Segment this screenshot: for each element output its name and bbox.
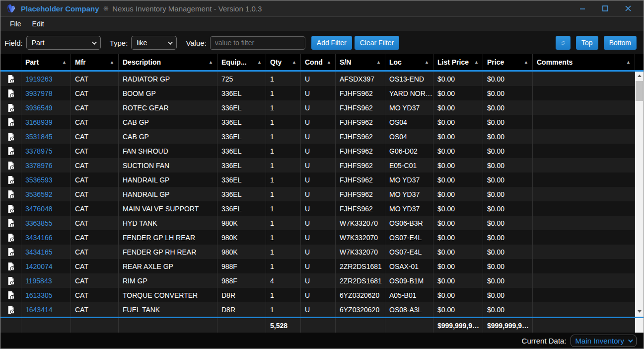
serial-number-cell: FJHFS962 bbox=[336, 100, 385, 115]
part-number-link[interactable]: 1613305 bbox=[21, 288, 71, 302]
table-row[interactable]: 3378975 CAT FAN SHROUD 336EL 1 U FJHFS96… bbox=[0, 144, 635, 158]
table-row[interactable]: 1420074 CAT REAR AXLE GP 988F 1 U 2ZR2DS… bbox=[0, 259, 635, 273]
part-number-link[interactable]: 3378976 bbox=[21, 158, 71, 173]
column-header-loc[interactable]: Loc▲ bbox=[385, 54, 433, 70]
sort-asc-icon[interactable]: ▲ bbox=[257, 60, 262, 65]
table-row[interactable]: 1613305 CAT TORQUE CONVERTER D8R 1 U 6YZ… bbox=[0, 288, 635, 302]
part-number-link[interactable]: 3363855 bbox=[21, 216, 71, 230]
field-select[interactable]: Part bbox=[26, 36, 101, 50]
part-document-icon[interactable] bbox=[6, 89, 15, 98]
column-header-sn[interactable]: S/N▲ bbox=[336, 54, 385, 70]
table-row[interactable]: 3378976 CAT SUCTION FAN 336EL 1 U FJHFS9… bbox=[0, 158, 635, 173]
sort-asc-icon[interactable]: ▲ bbox=[425, 60, 429, 65]
column-header-mfr[interactable]: Mfr▲ bbox=[71, 54, 119, 70]
cond-cell: U bbox=[301, 173, 336, 187]
mfr-cell: CAT bbox=[71, 144, 119, 158]
part-number-link[interactable]: 3536593 bbox=[21, 173, 71, 187]
part-document-icon[interactable] bbox=[6, 175, 15, 184]
cond-cell: U bbox=[301, 187, 336, 201]
part-number-link[interactable]: 3531845 bbox=[21, 129, 71, 144]
sort-asc-icon[interactable]: ▲ bbox=[474, 60, 479, 65]
close-icon[interactable] bbox=[624, 4, 633, 13]
table-row[interactable]: 3434165 CAT FENDER GP RH REAR 980K 1 U W… bbox=[0, 245, 635, 259]
part-document-icon[interactable] bbox=[6, 147, 15, 156]
serial-number-cell: 2ZR2DS1681 bbox=[336, 259, 385, 273]
part-number-link[interactable]: 3536592 bbox=[21, 187, 71, 201]
part-document-icon[interactable] bbox=[6, 305, 15, 314]
part-number-link[interactable]: 3434166 bbox=[21, 230, 71, 245]
column-header-equip[interactable]: Equip...▲ bbox=[217, 54, 266, 70]
part-number-link[interactable]: 3936549 bbox=[21, 100, 71, 115]
part-document-icon[interactable] bbox=[6, 276, 15, 285]
table-row[interactable]: 3434166 CAT FENDER GP LH REAR 980K 1 U W… bbox=[0, 230, 635, 245]
sort-asc-icon[interactable]: ▲ bbox=[524, 60, 528, 65]
type-select[interactable]: like bbox=[131, 36, 177, 50]
column-header-part[interactable]: Part▲ bbox=[21, 54, 71, 70]
part-number-link[interactable]: 3937978 bbox=[21, 86, 71, 100]
part-document-icon[interactable] bbox=[6, 190, 15, 199]
maximize-icon[interactable] bbox=[601, 4, 610, 13]
column-header-qty[interactable]: Qty▲ bbox=[266, 54, 301, 70]
table-row[interactable]: 1643414 CAT FUEL TANK D8R 1 U 6YZ0320620… bbox=[0, 302, 635, 317]
refresh-button[interactable] bbox=[556, 36, 571, 50]
bottom-button[interactable]: Bottom bbox=[604, 36, 637, 50]
part-document-icon[interactable] bbox=[6, 161, 15, 170]
menu-edit[interactable]: Edit bbox=[28, 18, 49, 29]
vertical-scrollbar[interactable] bbox=[635, 72, 644, 333]
sort-asc-icon[interactable]: ▲ bbox=[62, 60, 67, 65]
top-button[interactable]: Top bbox=[576, 36, 598, 50]
table-row[interactable]: 1195843 CAT RIM GP 988F 4 U 2ZR2DS1681 O… bbox=[0, 273, 635, 288]
sort-asc-icon[interactable]: ▲ bbox=[327, 60, 331, 65]
menu-file[interactable]: File bbox=[5, 18, 26, 29]
part-document-icon[interactable] bbox=[6, 248, 15, 257]
part-number-link[interactable]: 1195843 bbox=[21, 273, 71, 288]
column-header-description[interactable]: Description▲ bbox=[119, 54, 217, 70]
table-row[interactable]: 3531845 CAT CAB GP 336EL 1 U FJHFS962 OS… bbox=[0, 129, 635, 144]
part-number-link[interactable]: 1643414 bbox=[21, 302, 71, 317]
scroll-down-icon[interactable] bbox=[635, 307, 644, 316]
table-row[interactable]: 3936549 CAT ROTEC GEAR 336EL 1 U FJHFS96… bbox=[0, 100, 635, 115]
table-row[interactable]: 3168939 CAT CAB GP 336EL 1 U FJHFS962 OS… bbox=[0, 115, 635, 129]
part-document-icon[interactable] bbox=[6, 132, 15, 141]
scroll-up-icon[interactable] bbox=[635, 72, 644, 80]
part-document-icon[interactable] bbox=[6, 233, 15, 242]
sort-asc-icon[interactable]: ▲ bbox=[209, 60, 213, 65]
column-header-comments[interactable]: Comments▲ bbox=[533, 54, 635, 70]
part-number-link[interactable]: 1420074 bbox=[21, 259, 71, 273]
sort-asc-icon[interactable]: ▲ bbox=[292, 60, 296, 65]
part-document-icon[interactable] bbox=[6, 75, 15, 84]
current-data-select[interactable]: Main Inventory bbox=[571, 335, 637, 347]
list-price-cell: $0.00 bbox=[433, 245, 483, 259]
table-row[interactable]: 3937978 CAT BOOM GP 336EL 1 U FJHFS962 Y… bbox=[0, 86, 635, 100]
filter-value-input[interactable] bbox=[210, 36, 305, 50]
table-row[interactable]: 3536592 CAT HANDRAIL GP 336EL 1 U FJHFS9… bbox=[0, 187, 635, 201]
price-cell: $0.00 bbox=[483, 288, 533, 302]
minimize-icon[interactable] bbox=[578, 4, 587, 13]
mfr-cell: CAT bbox=[71, 302, 119, 317]
part-document-icon[interactable] bbox=[6, 204, 15, 213]
table-row[interactable]: 3536593 CAT HANDRAIL GP 336EL 1 U FJHFS9… bbox=[0, 173, 635, 187]
part-document-icon[interactable] bbox=[6, 103, 15, 112]
table-row[interactable]: 1919263 CAT RADIATOR GP 725 1 U AFSDX397… bbox=[0, 72, 635, 86]
column-header-price[interactable]: Price▲ bbox=[483, 54, 533, 70]
part-document-icon[interactable] bbox=[6, 262, 15, 271]
column-header-list-price[interactable]: List Price▲ bbox=[433, 54, 483, 70]
part-number-link[interactable]: 3168939 bbox=[21, 115, 71, 129]
table-row[interactable]: 3476048 CAT MAIN VALVE SUPPORT 336EL 1 U… bbox=[0, 201, 635, 216]
part-document-icon[interactable] bbox=[6, 118, 15, 127]
clear-filter-button[interactable]: Clear Filter bbox=[355, 36, 399, 50]
part-number-link[interactable]: 3378975 bbox=[21, 144, 71, 158]
add-filter-button[interactable]: Add Filter bbox=[311, 36, 352, 50]
part-number-link[interactable]: 3476048 bbox=[21, 201, 71, 216]
part-number-link[interactable]: 3434165 bbox=[21, 245, 71, 259]
sort-asc-icon[interactable]: ▲ bbox=[110, 60, 114, 65]
sort-asc-icon[interactable]: ▲ bbox=[626, 60, 631, 65]
sort-asc-icon[interactable]: ▲ bbox=[376, 60, 381, 65]
part-number-link[interactable]: 1919263 bbox=[21, 72, 71, 86]
window-title: Nexus Inventory Management - Version 1.0… bbox=[112, 4, 262, 13]
column-header-cond[interactable]: Cond▲ bbox=[301, 54, 336, 70]
part-document-icon[interactable] bbox=[6, 219, 15, 228]
scrollbar-thumb[interactable] bbox=[636, 81, 643, 101]
part-document-icon[interactable] bbox=[6, 291, 15, 300]
table-row[interactable]: 3363855 CAT HYD TANK 980K 1 U W7K332070 … bbox=[0, 216, 635, 230]
